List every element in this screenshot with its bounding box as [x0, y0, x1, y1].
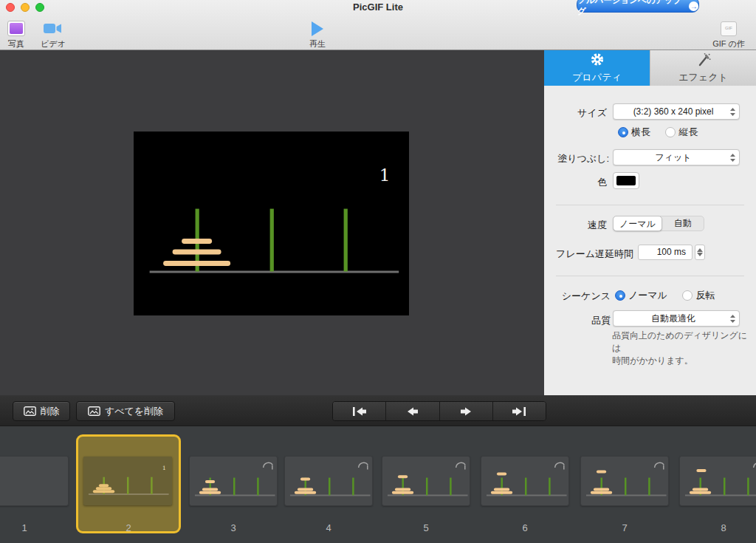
svg-text:1: 1	[162, 465, 166, 471]
sequence-normal-label: ノーマル	[628, 290, 667, 301]
radio-sequence-normal[interactable]	[615, 290, 625, 301]
previous-frame-button[interactable]	[385, 402, 439, 420]
preview-canvas: 1	[134, 132, 409, 315]
color-swatch	[616, 176, 636, 185]
gif-document-icon: GIF	[721, 21, 737, 36]
filmstrip-frame[interactable]	[284, 456, 373, 506]
arrow-left-icon	[403, 406, 422, 417]
delete-label: 削除	[41, 405, 60, 418]
filmstrip-frame[interactable]	[189, 456, 278, 506]
toolbar-photo-button[interactable]: 写真	[4, 19, 28, 49]
filmstrip-frame[interactable]	[382, 456, 470, 506]
window-chrome: PicGIF Lite フルバージョンへのアップグ → 写真 ビデオ 再生	[0, 0, 756, 50]
speed-segmented: ノーマル 自動	[613, 216, 704, 231]
toolbar-play-button[interactable]: 再生	[301, 19, 334, 49]
video-label: ビデオ	[40, 38, 66, 49]
color-label: 色	[597, 176, 607, 189]
toolbar-video-button[interactable]: ビデオ	[40, 19, 66, 49]
fill-value: フィット	[614, 151, 726, 164]
radio-portrait[interactable]	[665, 127, 676, 137]
radio-landscape[interactable]	[618, 127, 628, 137]
divider	[556, 276, 744, 276]
speed-normal-segment[interactable]: ノーマル	[613, 216, 662, 231]
tab-properties-label: プロパティ	[572, 71, 622, 84]
arrow-right-icon	[456, 406, 475, 417]
skip-to-first-icon	[350, 406, 369, 417]
filmstrip-frame[interactable]	[679, 456, 756, 506]
radio-sequence-reverse[interactable]	[682, 290, 693, 301]
sequence-reverse-label: 反転	[695, 290, 715, 301]
frame-number: 3	[189, 522, 278, 533]
frame-number: 6	[481, 522, 569, 533]
arrow-right-circle-icon: →	[689, 1, 698, 11]
panel-tabbar: プロパティ エフェクト	[544, 50, 756, 86]
quality-label: 品質	[591, 314, 611, 327]
speed-auto-segment[interactable]: 自動	[662, 216, 704, 230]
landscape-label: 横長	[631, 126, 650, 137]
sequence-label: シーケンス	[562, 290, 611, 303]
delete-all-frames-button[interactable]: すべてを削除	[76, 401, 175, 421]
portrait-label: 縦長	[678, 126, 698, 137]
filmstrip-frame[interactable]	[0, 456, 69, 506]
upgrade-full-version-button[interactable]: フルバージョンへのアップグ →	[577, 0, 699, 13]
filmstrip: 112345678	[0, 426, 756, 543]
properties-panel: プロパティ エフェクト サイズ (3:2) 360 x 240 pixel	[544, 50, 756, 395]
frame-number: 1	[0, 522, 69, 533]
picgif-window: PicGIF Lite フルバージョンへのアップグ → 写真 ビデオ 再生	[0, 0, 756, 543]
video-camera-icon	[40, 19, 66, 38]
filmstrip-frame[interactable]	[481, 456, 569, 506]
chevron-updown-icon	[726, 107, 739, 117]
picture-icon	[24, 406, 36, 416]
frame-number: 7	[580, 522, 669, 533]
size-select[interactable]: (3:2) 360 x 240 pixel	[613, 103, 740, 120]
divider	[556, 205, 744, 205]
next-frame-button[interactable]	[439, 402, 492, 420]
filmstrip-frame[interactable]	[580, 456, 669, 506]
frame-delay-field[interactable]: 100 ms	[638, 245, 693, 260]
delete-frame-button[interactable]: 削除	[13, 401, 70, 421]
frame-thumbnail: 1	[83, 457, 172, 505]
play-label: 再生	[301, 38, 334, 49]
size-value: (3:2) 360 x 240 pixel	[614, 106, 726, 117]
skip-to-last-icon	[509, 406, 529, 417]
speed-label: 速度	[588, 219, 607, 232]
tab-effects[interactable]: エフェクト	[650, 50, 756, 86]
fill-select[interactable]: フィット	[613, 149, 740, 165]
tab-effects-label: エフェクト	[678, 71, 728, 84]
magic-wand-icon	[695, 52, 712, 69]
delete-all-label: すべてを削除	[105, 405, 163, 418]
svg-text:1: 1	[379, 165, 391, 185]
tab-properties[interactable]: プロパティ	[544, 50, 650, 86]
chevron-updown-icon	[726, 153, 739, 163]
picture-icon	[88, 406, 100, 416]
quality-note: 品質向上のためのディザリングには 時間がかかります。	[612, 329, 754, 366]
frame-number: 5	[382, 522, 470, 533]
first-frame-button[interactable]	[333, 402, 385, 420]
chevron-updown-icon	[726, 314, 739, 324]
frame-control-bar: 削除 すべてを削除	[0, 395, 756, 426]
frame-delay-label: フレーム遅延時間	[556, 247, 633, 261]
fill-label: 塗りつぶし:	[557, 152, 609, 165]
photo-icon	[7, 21, 25, 36]
upgrade-label: フルバージョンへのアップグ	[577, 0, 687, 17]
frame-navigation	[332, 401, 546, 421]
frame-number: 4	[284, 522, 373, 533]
gear-icon	[589, 52, 605, 69]
preview-region: 1	[0, 50, 544, 395]
size-label: サイズ	[577, 106, 607, 120]
frame-number: 8	[679, 522, 756, 533]
quality-value: 自動最適化	[614, 313, 726, 325]
frame-number: 2	[84, 522, 173, 533]
color-well[interactable]	[613, 172, 639, 189]
filmstrip-frame-selected[interactable]: 1	[76, 434, 181, 533]
last-frame-button[interactable]	[492, 402, 546, 420]
quality-select[interactable]: 自動最適化	[613, 310, 740, 327]
photo-label: 写真	[4, 38, 28, 49]
frame-delay-stepper[interactable]	[695, 245, 705, 260]
play-icon	[301, 19, 334, 38]
